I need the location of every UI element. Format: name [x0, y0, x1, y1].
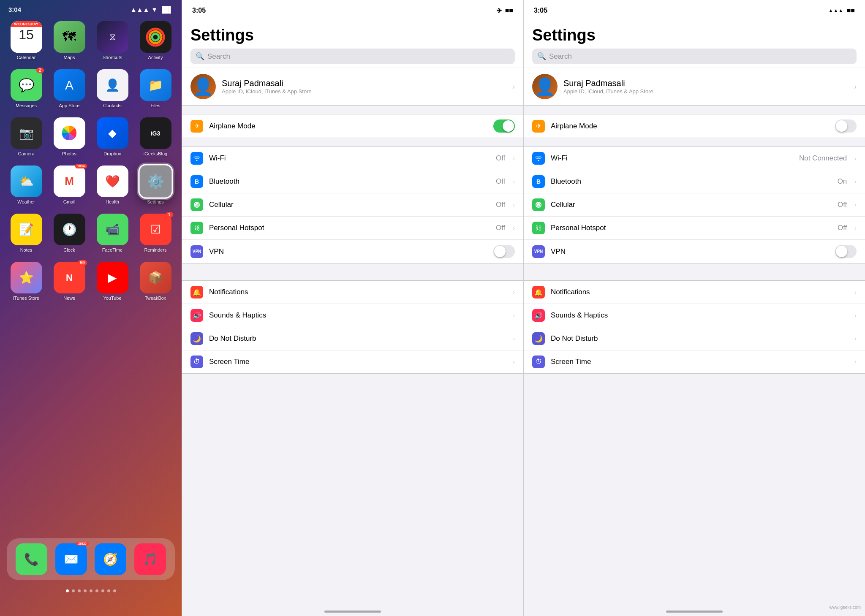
app-health[interactable]: ❤️ Health — [93, 166, 132, 204]
app-maps[interactable]: 🗺 Maps — [50, 21, 89, 60]
screentime-row-off[interactable]: ⏱ Screen Time › — [524, 350, 865, 373]
app-facetime[interactable]: 📹 FaceTime — [93, 214, 132, 252]
sounds-row-off[interactable]: 🔊 Sounds & Haptics › — [524, 304, 865, 327]
sounds-chevron-off: › — [854, 312, 857, 319]
app-label-appstore: App Store — [59, 103, 80, 108]
sounds-row-on[interactable]: 🔊 Sounds & Haptics › — [182, 304, 523, 327]
bluetooth-row-on[interactable]: B Bluetooth Off › — [182, 170, 523, 193]
app-clock[interactable]: 🕐 Clock — [50, 214, 89, 252]
airplane-toggle-off[interactable] — [835, 119, 857, 133]
app-weather[interactable]: ⛅ Weather — [7, 166, 46, 204]
dock-music[interactable]: 🎵 — [134, 543, 166, 575]
page-dot — [66, 589, 69, 592]
app-notes[interactable]: 📝 Notes — [7, 214, 46, 252]
app-camera[interactable]: 📷 Camera — [7, 117, 46, 156]
app-news[interactable]: N 59 News — [50, 262, 89, 301]
app-label-gmail: Gmail — [63, 199, 76, 204]
wifi-label-on: Wi-Fi — [209, 154, 490, 163]
app-itunes[interactable]: ⭐ iTunes Store — [7, 262, 46, 301]
messages-badge: 2 — [36, 68, 44, 73]
page-dot — [72, 589, 75, 592]
screentime-chevron-off: › — [854, 358, 857, 365]
app-reminders[interactable]: ☑ 1 Reminders — [136, 214, 175, 252]
app-calendar[interactable]: Wednesday 15 Calendar — [7, 21, 46, 60]
dnd-row-off[interactable]: 🌙 Do Not Disturb › — [524, 327, 865, 350]
app-igeeksblog[interactable]: iG3 iGeeksBlog — [136, 117, 175, 156]
app-dropbox[interactable]: ◆ Dropbox — [93, 117, 132, 156]
vpn-row-on[interactable]: VPN VPN — [182, 240, 523, 263]
network-group-off: Wi-Fi Not Connected › B Bluetooth On › C… — [524, 147, 865, 263]
spacer-off — [524, 106, 865, 114]
app-photos[interactable]: Photos — [50, 117, 89, 156]
profile-section-on[interactable]: 👤 Suraj Padmasali Apple ID, iCloud, iTun… — [182, 68, 523, 106]
airplane-row-off[interactable]: ✈ Airplane Mode — [524, 114, 865, 138]
app-gmail[interactable]: M 1834 Gmail — [50, 166, 89, 204]
settings-panel-airplane-on: 3:05 ✈ ■■ Settings 🔍 Search 👤 Suraj Padm… — [182, 0, 524, 616]
wifi-row-off[interactable]: Wi-Fi Not Connected › — [524, 147, 865, 170]
airplane-row-on[interactable]: ✈ Airplane Mode — [182, 114, 523, 138]
app-label-camera: Camera — [18, 151, 34, 156]
profile-info-on: Suraj Padmasali Apple ID, iCloud, iTunes… — [222, 79, 312, 95]
dnd-row-on[interactable]: 🌙 Do Not Disturb › — [182, 327, 523, 350]
cellular-chevron-off: › — [854, 201, 857, 208]
settings-title-on: Settings — [190, 26, 515, 44]
notifications-row-on[interactable]: 🔔 Notifications › — [182, 281, 523, 304]
search-placeholder-on: Search — [207, 52, 230, 61]
wifi-icon: ▼ — [151, 6, 158, 13]
app-files[interactable]: 📁 Files — [136, 69, 175, 108]
bluetooth-row-off[interactable]: B Bluetooth On › — [524, 170, 865, 193]
app-messages[interactable]: 💬 2 Messages — [7, 69, 46, 108]
screentime-label-off: Screen Time — [551, 358, 847, 366]
hotspot-icon-off: ⛓ — [532, 222, 545, 234]
status-bar-off: 3:05 ▲▲▲ ■■ — [524, 0, 865, 21]
news-badge: 59 — [78, 260, 87, 266]
app-contacts[interactable]: 👤 Contacts — [93, 69, 132, 108]
hotspot-row-on[interactable]: ⛓ Personal Hotspot Off › — [182, 217, 523, 240]
hotspot-chevron-on: › — [513, 225, 515, 231]
app-label-files: Files — [150, 103, 160, 108]
dnd-label-off: Do Not Disturb — [551, 334, 847, 343]
dnd-icon-off: 🌙 — [532, 332, 545, 345]
status-icons-on: ✈ ■■ — [496, 7, 513, 15]
page-dots — [0, 589, 182, 592]
bluetooth-chevron-on: › — [513, 178, 515, 185]
vpn-label-off: VPN — [551, 247, 829, 256]
airplane-label-on: Airplane Mode — [209, 122, 487, 130]
time: 3:04 — [8, 6, 21, 13]
wifi-chevron-on: › — [513, 155, 515, 162]
vpn-toggle-off[interactable] — [835, 245, 857, 258]
spacer — [182, 106, 523, 114]
dock-phone[interactable]: 📞 — [16, 543, 47, 575]
wifi-row-on[interactable]: Wi-Fi Off › — [182, 147, 523, 170]
search-bar-on[interactable]: 🔍 Search — [190, 49, 515, 64]
dock-safari[interactable]: 🧭 — [95, 543, 126, 575]
hotspot-row-off[interactable]: ⛓ Personal Hotspot Off › — [524, 217, 865, 240]
profile-section-off[interactable]: 👤 Suraj Padmasali Apple ID, iCloud, iTun… — [524, 68, 865, 106]
notifications-row-off[interactable]: 🔔 Notifications › — [524, 281, 865, 304]
wifi-label-off: Wi-Fi — [551, 154, 793, 163]
search-bar-off[interactable]: 🔍 Search — [532, 49, 857, 64]
profile-sub-on: Apple ID, iCloud, iTunes & App Store — [222, 88, 312, 95]
vpn-toggle-on[interactable] — [493, 245, 515, 258]
app-label-photos: Photos — [62, 151, 76, 156]
status-bar: 3:04 ▲▲▲ ▼ ▐█▌ — [0, 0, 182, 19]
cellular-row-on[interactable]: Cellular Off › — [182, 193, 523, 217]
cellular-icon-off — [532, 198, 545, 211]
app-youtube[interactable]: ▶ YouTube — [93, 262, 132, 301]
page-dot — [101, 589, 104, 592]
vpn-row-off[interactable]: VPN VPN — [524, 240, 865, 263]
dock-mail[interactable]: ✉️ 28820 — [55, 543, 87, 575]
cellular-row-off[interactable]: Cellular Off › — [524, 193, 865, 217]
app-appstore[interactable]: A App Store — [50, 69, 89, 108]
signal-off: ▲▲▲ — [828, 8, 843, 14]
dnd-chevron-off: › — [854, 335, 857, 342]
app-label-news: News — [63, 296, 75, 301]
notifications-label-off: Notifications — [551, 288, 847, 296]
app-settings[interactable]: ⚙️ Settings — [136, 166, 175, 204]
airplane-toggle-on[interactable] — [493, 119, 515, 133]
app-activity[interactable]: Activity — [136, 21, 175, 60]
screentime-row-on[interactable]: ⏱ Screen Time › — [182, 350, 523, 373]
toggle-knob-off — [836, 120, 847, 132]
app-tweakbox[interactable]: 📦 TweakBox — [136, 262, 175, 301]
app-shortcuts[interactable]: ⧖ Shortcuts — [93, 21, 132, 60]
